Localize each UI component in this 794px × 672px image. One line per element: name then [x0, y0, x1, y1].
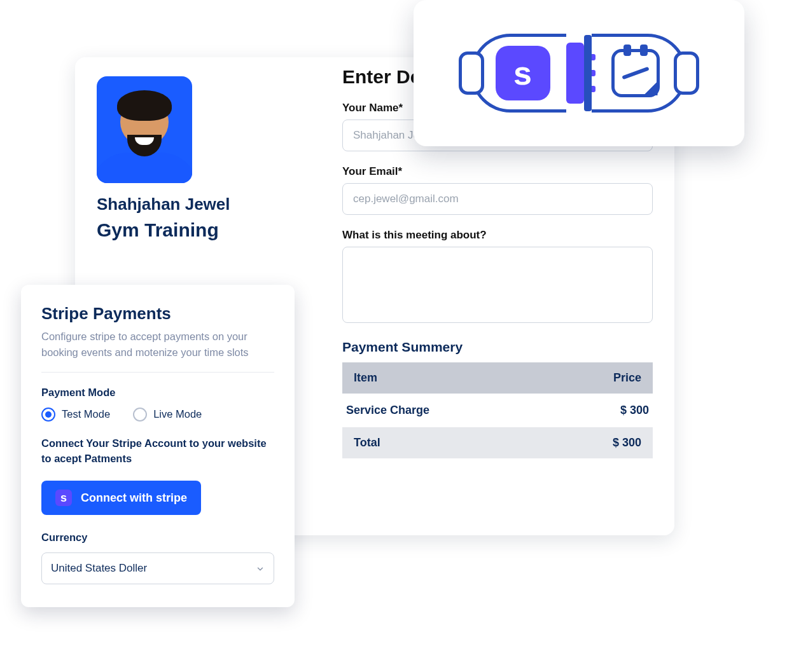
integration-illustration: s: [414, 0, 744, 146]
chevron-down-icon: [256, 564, 265, 573]
profile-title: Gym Training: [97, 219, 281, 241]
total-value: $ 300: [541, 427, 653, 458]
connect-note: Connect Your Stripe Account to your webs…: [41, 435, 274, 467]
radio-icon: [133, 408, 147, 422]
radio-icon: [41, 408, 55, 422]
total-label: Total: [342, 427, 541, 458]
profile-name: Shahjahan Jewel: [97, 195, 281, 214]
col-item: Item: [342, 362, 541, 394]
payment-mode-label: Payment Mode: [41, 387, 274, 399]
total-row: Total $ 300: [342, 427, 653, 458]
profile-section: Shahjahan Jewel Gym Training: [97, 76, 281, 241]
stripe-title: Stripe Payments: [41, 304, 274, 324]
radio-live-mode[interactable]: Live Mode: [133, 408, 202, 422]
plug-socket-icon: [584, 35, 592, 111]
currency-select[interactable]: United States Doller: [41, 552, 274, 584]
stripe-icon: s: [496, 46, 550, 100]
radio-test-mode[interactable]: Test Mode: [41, 408, 110, 422]
col-price: Price: [541, 362, 653, 394]
payment-mode-group: Test Mode Live Mode: [41, 408, 274, 422]
table-header-row: Item Price: [342, 362, 653, 394]
payment-summary-table: Item Price Service Charge $ 300 Total $ …: [342, 362, 653, 458]
radio-label: Live Mode: [153, 408, 202, 420]
plug-right: [592, 34, 687, 113]
stripe-settings-panel: Stripe Payments Configure stripe to acce…: [21, 285, 295, 607]
radio-label: Test Mode: [62, 408, 110, 420]
avatar-image: [97, 76, 192, 183]
charge-value: $ 300: [541, 394, 653, 427]
service-charge-row: Service Charge $ 300: [342, 394, 653, 427]
email-label: Your Email*: [342, 165, 653, 178]
stripe-icon: s: [55, 490, 72, 506]
about-label: What is this meeting about?: [342, 229, 653, 242]
about-textarea[interactable]: [342, 247, 653, 323]
plug-left: s: [471, 34, 566, 113]
connect-stripe-button[interactable]: s Connect with stripe: [41, 481, 201, 515]
charge-label: Service Charge: [342, 394, 541, 427]
currency-label: Currency: [41, 531, 274, 544]
currency-value: United States Doller: [51, 562, 147, 575]
connect-button-label: Connect with stripe: [81, 491, 187, 505]
divider: [41, 372, 274, 373]
payment-summary-heading: Payment Summery: [342, 339, 653, 355]
stripe-description: Configure stripe to accept payments on y…: [41, 329, 274, 360]
plug-prongs-icon: [566, 43, 584, 104]
email-input[interactable]: [342, 183, 653, 215]
calendar-icon: [611, 49, 660, 97]
